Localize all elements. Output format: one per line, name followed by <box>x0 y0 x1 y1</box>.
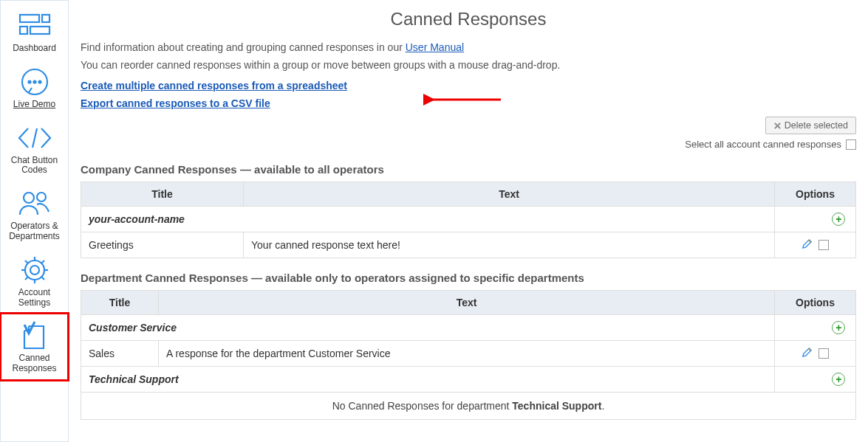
user-manual-link[interactable]: User Manual <box>406 41 464 53</box>
sidebar: Dashboard Live Demo Chat Button Codes <box>0 0 69 442</box>
sidebar-item-dashboard[interactable]: Dashboard <box>1 4 68 60</box>
sidebar-label: Live Demo <box>13 100 55 110</box>
intro-line-2: You can reorder canned responses within … <box>81 59 856 71</box>
sidebar-item-operators-departments[interactable]: Operators & Departments <box>1 182 68 248</box>
group-name: Technical Support <box>81 367 775 393</box>
table-group-row: your-account-name + <box>81 207 856 232</box>
svg-line-19 <box>41 260 44 263</box>
red-arrow-annotation <box>423 91 505 108</box>
row-title: Greetings <box>81 232 244 258</box>
row-text: Your canned response text here! <box>244 232 775 258</box>
code-icon <box>16 120 53 156</box>
sidebar-item-live-demo[interactable]: Live Demo <box>1 60 68 116</box>
sidebar-item-chat-button-codes[interactable]: Chat Button Codes <box>1 116 68 182</box>
table-row: Sales A response for the department Cust… <box>81 341 856 367</box>
delete-selected-button[interactable]: Delete selected <box>765 117 856 134</box>
svg-line-17 <box>25 260 28 263</box>
col-header-text: Text <box>244 182 775 207</box>
department-section-title: Department Canned Responses — available … <box>81 272 856 284</box>
col-header-title: Title <box>81 182 244 207</box>
sidebar-label: Account Settings <box>2 288 66 308</box>
col-header-title: Title <box>81 291 159 315</box>
no-responses-dept: Technical Support <box>512 400 601 412</box>
col-header-options: Options <box>775 182 856 207</box>
svg-rect-0 <box>20 15 39 22</box>
edit-icon[interactable] <box>802 347 813 360</box>
svg-line-18 <box>41 277 44 280</box>
svg-point-11 <box>30 266 39 274</box>
page-title: Canned Responses <box>81 9 856 30</box>
users-icon <box>18 186 52 221</box>
no-responses-suffix: . <box>601 400 604 412</box>
svg-line-20 <box>25 277 28 280</box>
button-label: Delete selected <box>785 120 848 131</box>
company-section-title: Company Canned Responses — available to … <box>81 163 856 176</box>
svg-rect-3 <box>30 27 49 34</box>
select-all-checkbox[interactable] <box>846 139 856 150</box>
table-row: Greetings Your canned response text here… <box>81 232 856 258</box>
sidebar-label: Operators & Departments <box>2 221 66 242</box>
svg-point-6 <box>33 80 35 83</box>
x-icon <box>773 122 782 130</box>
add-response-button[interactable]: + <box>832 373 845 386</box>
main-content: Canned Responses Find information about … <box>69 0 868 442</box>
company-responses-table: Title Text Options your-account-name + G… <box>81 182 856 258</box>
create-from-spreadsheet-link[interactable]: Create multiple canned responses from a … <box>81 80 347 91</box>
svg-point-9 <box>24 193 34 203</box>
row-checkbox[interactable] <box>819 240 829 250</box>
select-all-text: Select all account canned responses <box>685 139 841 150</box>
dashboard-icon <box>18 8 51 44</box>
no-responses-text: No Canned Responses for department <box>332 400 513 412</box>
edit-icon[interactable] <box>802 238 813 252</box>
gear-icon <box>20 252 49 288</box>
svg-rect-1 <box>42 15 49 22</box>
svg-rect-2 <box>20 27 27 34</box>
export-csv-link[interactable]: Export canned responses to a CSV file <box>81 97 270 109</box>
add-response-button[interactable]: + <box>832 213 845 226</box>
sidebar-label: Chat Button Codes <box>2 156 66 176</box>
sidebar-label: Dashboard <box>13 44 56 54</box>
add-response-button[interactable]: + <box>832 321 845 334</box>
no-responses-row: No Canned Responses for department Techn… <box>81 393 856 420</box>
svg-point-10 <box>37 193 46 201</box>
sidebar-label: Canned Responses <box>2 353 66 374</box>
intro-line-1: Find information about creating and grou… <box>81 41 856 53</box>
svg-point-7 <box>38 80 41 83</box>
svg-line-8 <box>33 128 37 148</box>
group-name: your-account-name <box>81 207 775 232</box>
table-group-row: Customer Service + <box>81 315 856 341</box>
live-demo-icon <box>18 64 51 100</box>
row-title: Sales <box>81 341 159 367</box>
table-group-row: Technical Support + <box>81 367 856 393</box>
intro-text: Find information about creating and grou… <box>81 41 406 53</box>
col-header-options: Options <box>775 291 856 315</box>
row-text: A response for the department Customer S… <box>159 341 775 367</box>
svg-point-5 <box>28 80 30 83</box>
sidebar-item-canned-responses[interactable]: Canned Responses <box>1 314 68 380</box>
group-name: Customer Service <box>81 315 775 341</box>
sidebar-item-account-settings[interactable]: Account Settings <box>1 248 68 314</box>
canned-responses-icon <box>20 318 49 353</box>
select-all-label[interactable]: Select all account canned responses <box>685 139 856 150</box>
col-header-text: Text <box>159 291 775 315</box>
department-responses-table: Title Text Options Customer Service + Sa… <box>81 290 856 420</box>
row-checkbox[interactable] <box>819 348 829 359</box>
